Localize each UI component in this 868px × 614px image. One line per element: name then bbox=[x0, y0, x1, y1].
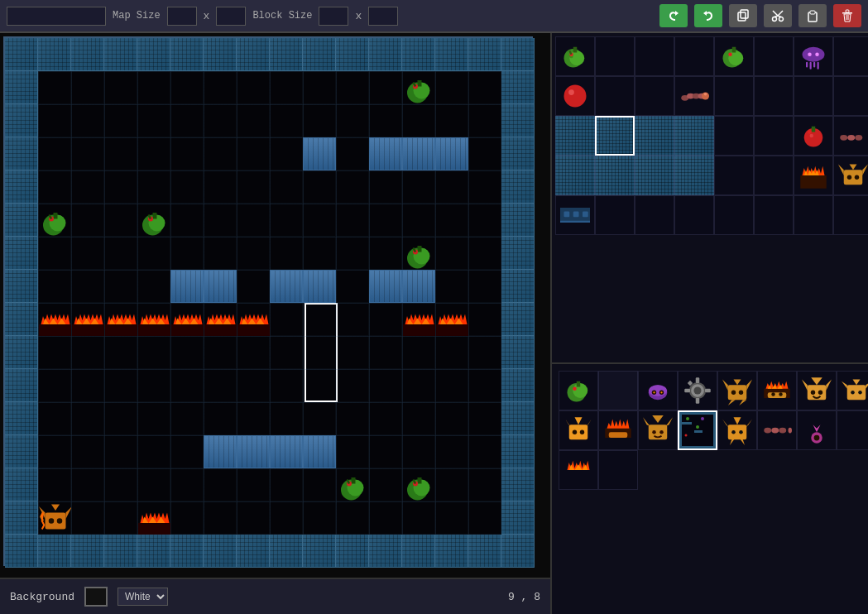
sprite-cell[interactable] bbox=[833, 116, 868, 156]
redo-button[interactable] bbox=[694, 4, 722, 27]
sprite-cell[interactable] bbox=[595, 156, 635, 195]
sprite-cell[interactable] bbox=[595, 195, 635, 235]
map-cell[interactable] bbox=[435, 435, 468, 468]
sprite-cell[interactable] bbox=[794, 76, 833, 116]
map-cell[interactable] bbox=[137, 104, 170, 137]
map-cell[interactable] bbox=[237, 535, 270, 568]
map-cell[interactable] bbox=[369, 71, 402, 104]
sprite-cell[interactable] bbox=[674, 76, 714, 116]
map-cell[interactable] bbox=[270, 137, 303, 170]
map-cell[interactable] bbox=[204, 435, 237, 468]
map-cell[interactable] bbox=[5, 535, 38, 568]
map-cell[interactable] bbox=[5, 435, 38, 468]
map-cell[interactable] bbox=[336, 501, 369, 535]
sprite-cell-enemy2[interactable] bbox=[797, 371, 837, 410]
map-cell[interactable] bbox=[204, 535, 237, 568]
map-cell[interactable] bbox=[38, 369, 71, 402]
map-cell[interactable] bbox=[170, 137, 204, 170]
map-cell[interactable] bbox=[204, 270, 237, 303]
sprite-cell[interactable] bbox=[595, 36, 635, 76]
sprite-cell[interactable] bbox=[555, 195, 595, 235]
map-cell[interactable] bbox=[137, 336, 170, 369]
map-cell[interactable] bbox=[204, 501, 237, 535]
map-cell[interactable] bbox=[38, 535, 71, 568]
map-cell[interactable] bbox=[501, 535, 535, 568]
map-cell[interactable] bbox=[270, 336, 303, 369]
map-cell[interactable] bbox=[270, 71, 303, 104]
map-cell[interactable] bbox=[468, 435, 501, 468]
map-cell[interactable] bbox=[270, 38, 303, 71]
map-cell[interactable] bbox=[5, 204, 38, 237]
map-cell[interactable] bbox=[468, 270, 501, 303]
sprite-cell[interactable] bbox=[754, 116, 794, 156]
map-cell[interactable] bbox=[71, 336, 104, 369]
map-cell[interactable] bbox=[336, 137, 369, 170]
map-canvas[interactable] bbox=[0, 33, 550, 578]
map-cell[interactable] bbox=[104, 501, 137, 535]
map-cell[interactable] bbox=[71, 303, 104, 336]
map-cell[interactable] bbox=[303, 137, 336, 170]
map-cell[interactable] bbox=[336, 71, 369, 104]
map-cell[interactable] bbox=[468, 402, 501, 435]
map-cell[interactable] bbox=[38, 402, 71, 435]
sprite-cell[interactable] bbox=[598, 450, 638, 490]
map-cell[interactable] bbox=[38, 137, 71, 170]
sprite-cell[interactable] bbox=[833, 156, 868, 195]
map-cell[interactable] bbox=[336, 336, 369, 369]
sprite-cell[interactable] bbox=[714, 36, 754, 76]
map-cell[interactable] bbox=[303, 270, 336, 303]
sprite-cell-wall-selected[interactable] bbox=[595, 116, 635, 156]
map-cell[interactable] bbox=[468, 501, 501, 535]
map-cell[interactable] bbox=[402, 170, 435, 204]
sprite-cell[interactable] bbox=[635, 195, 674, 235]
map-cell[interactable] bbox=[435, 170, 468, 204]
map-cell[interactable] bbox=[170, 237, 204, 270]
map-cell[interactable] bbox=[501, 501, 535, 535]
map-cell[interactable] bbox=[71, 535, 104, 568]
map-cell[interactable] bbox=[369, 468, 402, 501]
map-cell[interactable] bbox=[237, 71, 270, 104]
map-cell[interactable] bbox=[402, 468, 435, 501]
map-cell[interactable] bbox=[104, 402, 137, 435]
map-cell[interactable] bbox=[237, 501, 270, 535]
sprite-cell[interactable] bbox=[559, 450, 598, 490]
sprite-cell[interactable] bbox=[555, 76, 595, 116]
map-cell[interactable] bbox=[501, 237, 535, 270]
sprite-cell[interactable] bbox=[635, 76, 674, 116]
sprite-cell[interactable] bbox=[598, 371, 638, 410]
map-cell[interactable] bbox=[237, 303, 270, 336]
map-cell[interactable] bbox=[402, 137, 435, 170]
map-cell[interactable] bbox=[501, 204, 535, 237]
map-cell[interactable] bbox=[402, 303, 435, 336]
map-cell[interactable] bbox=[468, 204, 501, 237]
map-cell[interactable] bbox=[402, 270, 435, 303]
sprite-sheet-top[interactable] bbox=[552, 33, 868, 364]
map-cell[interactable] bbox=[104, 237, 137, 270]
map-cell[interactable] bbox=[435, 501, 468, 535]
map-cell[interactable] bbox=[204, 336, 237, 369]
map-cell[interactable] bbox=[303, 237, 336, 270]
map-cell[interactable] bbox=[369, 501, 402, 535]
map-cell[interactable] bbox=[170, 336, 204, 369]
map-cell[interactable] bbox=[237, 137, 270, 170]
map-cell[interactable] bbox=[369, 535, 402, 568]
map-cell[interactable] bbox=[369, 402, 402, 435]
map-cell[interactable] bbox=[336, 303, 369, 336]
map-cell[interactable] bbox=[5, 303, 38, 336]
map-cell[interactable] bbox=[104, 137, 137, 170]
map-cell[interactable] bbox=[71, 402, 104, 435]
bg-color-black-swatch[interactable] bbox=[84, 587, 108, 607]
map-cell[interactable] bbox=[336, 402, 369, 435]
map-cell[interactable] bbox=[402, 336, 435, 369]
map-cell[interactable] bbox=[435, 402, 468, 435]
sprite-cell[interactable] bbox=[714, 116, 754, 156]
sprite-cell[interactable] bbox=[674, 195, 714, 235]
sprite-cell[interactable] bbox=[555, 156, 595, 195]
map-cell[interactable] bbox=[170, 303, 204, 336]
map-cell[interactable] bbox=[369, 104, 402, 137]
map-cell[interactable] bbox=[501, 369, 535, 402]
map-cell[interactable] bbox=[402, 535, 435, 568]
map-cell[interactable] bbox=[71, 38, 104, 71]
map-cell[interactable] bbox=[237, 104, 270, 137]
sprite-cell[interactable] bbox=[754, 36, 794, 76]
